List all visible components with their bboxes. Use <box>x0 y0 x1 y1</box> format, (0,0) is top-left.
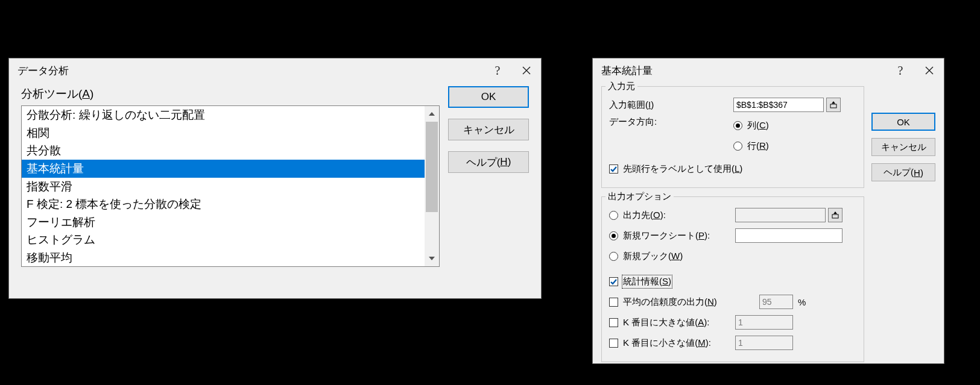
list-item[interactable]: 基本統計量 <box>22 160 425 178</box>
input-group-legend: 入力元 <box>605 81 637 92</box>
labels-first-row-label: 先頭行をラベルとして使用(L) <box>623 163 742 175</box>
kth-largest-label: K 番目に大きな値(A): <box>623 317 735 328</box>
help-icon[interactable]: ? <box>483 58 512 83</box>
confidence-level-label: 平均の信頼度の出力(N) <box>623 296 759 308</box>
confidence-level-field[interactable]: 95 <box>759 295 793 309</box>
titlebar[interactable]: 基本統計量 ? <box>593 58 944 83</box>
percent-label: % <box>798 297 806 307</box>
labels-first-row-checkbox[interactable] <box>609 164 618 174</box>
dialog-title: データ分析 <box>17 64 69 78</box>
new-workbook-radio[interactable] <box>609 252 618 261</box>
scroll-up-icon[interactable] <box>425 106 439 122</box>
list-item[interactable]: 指数平滑 <box>22 178 425 196</box>
kth-smallest-field[interactable]: 1 <box>735 336 793 350</box>
list-item[interactable]: 分散分析: 繰り返しのない二元配置 <box>22 106 425 124</box>
scroll-down-icon[interactable] <box>425 251 439 266</box>
direction-row-label: 行(R) <box>747 140 769 152</box>
cancel-button[interactable]: キャンセル <box>448 119 529 140</box>
cancel-button[interactable]: キャンセル <box>871 138 935 156</box>
output-range-field[interactable] <box>735 208 826 222</box>
svg-marker-2 <box>429 112 435 116</box>
data-analysis-dialog: データ分析 ? 分析ツール(A) 分散分析: 繰り返しのない二元配置相関共分散基… <box>8 58 542 299</box>
new-worksheet-field[interactable] <box>735 228 842 243</box>
dialog-title: 基本統計量 <box>601 64 653 78</box>
new-worksheet-radio[interactable] <box>609 231 618 240</box>
kth-smallest-checkbox[interactable] <box>609 339 618 348</box>
kth-smallest-label: K 番目に小さな値(M): <box>623 337 735 349</box>
summary-stats-label: 統計情報(S) <box>623 276 671 287</box>
help-icon[interactable]: ? <box>886 58 915 83</box>
output-group: 出力オプション 出力先(O): 新規ワークシート(P): <box>601 196 864 362</box>
svg-rect-8 <box>832 214 838 218</box>
analysis-tools-label: 分析ツール(A) <box>21 86 440 102</box>
list-item[interactable]: フーリエ解析 <box>22 213 425 231</box>
direction-column-radio[interactable] <box>733 121 742 130</box>
svg-marker-7 <box>832 101 835 104</box>
svg-rect-6 <box>830 104 836 108</box>
new-workbook-label: 新規ブック(W) <box>623 251 683 262</box>
scroll-thumb[interactable] <box>426 122 438 212</box>
confidence-level-checkbox[interactable] <box>609 298 618 307</box>
input-range-field[interactable]: $B$1:$B$367 <box>733 98 824 112</box>
analysis-tools-listbox[interactable]: 分散分析: 繰り返しのない二元配置相関共分散基本統計量指数平滑F 検定: 2 標… <box>21 105 440 267</box>
ok-button[interactable]: OK <box>448 86 529 108</box>
direction-row-radio[interactable] <box>733 142 742 151</box>
help-button[interactable]: ヘルプ(H) <box>871 163 935 181</box>
data-direction-label: データ方向: <box>609 116 733 128</box>
list-item[interactable]: 共分散 <box>22 142 425 160</box>
summary-stats-checkbox[interactable] <box>609 277 618 286</box>
output-group-legend: 出力オプション <box>605 191 674 202</box>
scrollbar[interactable] <box>425 106 439 266</box>
direction-column-label: 列(C) <box>747 120 769 131</box>
help-button[interactable]: ヘルプ(H) <box>448 151 529 173</box>
input-group: 入力元 入力範囲(I) $B$1:$B$367 データ方向: <box>601 86 864 188</box>
close-icon[interactable] <box>915 58 944 83</box>
ok-button[interactable]: OK <box>871 113 935 131</box>
kth-largest-checkbox[interactable] <box>609 318 618 327</box>
svg-marker-3 <box>429 257 435 260</box>
output-range-label: 出力先(O): <box>623 210 735 221</box>
list-item[interactable]: 移動平均 <box>22 249 425 267</box>
descriptive-statistics-dialog: 基本統計量 ? 入力元 入力範囲(I) $B$1:$B$367 <box>592 58 944 364</box>
kth-largest-field[interactable]: 1 <box>735 315 793 330</box>
input-range-label: 入力範囲(I) <box>609 99 733 111</box>
list-item[interactable]: F 検定: 2 標本を使った分散の検定 <box>22 195 425 213</box>
output-range-radio[interactable] <box>609 211 618 220</box>
close-icon[interactable] <box>512 58 541 83</box>
list-item[interactable]: 相関 <box>22 124 425 142</box>
list-item[interactable]: ヒストグラム <box>22 231 425 249</box>
range-picker-icon[interactable] <box>828 208 842 222</box>
new-worksheet-label: 新規ワークシート(P): <box>623 230 735 242</box>
range-picker-icon[interactable] <box>826 98 841 112</box>
titlebar[interactable]: データ分析 ? <box>9 58 541 83</box>
svg-marker-9 <box>833 211 837 214</box>
